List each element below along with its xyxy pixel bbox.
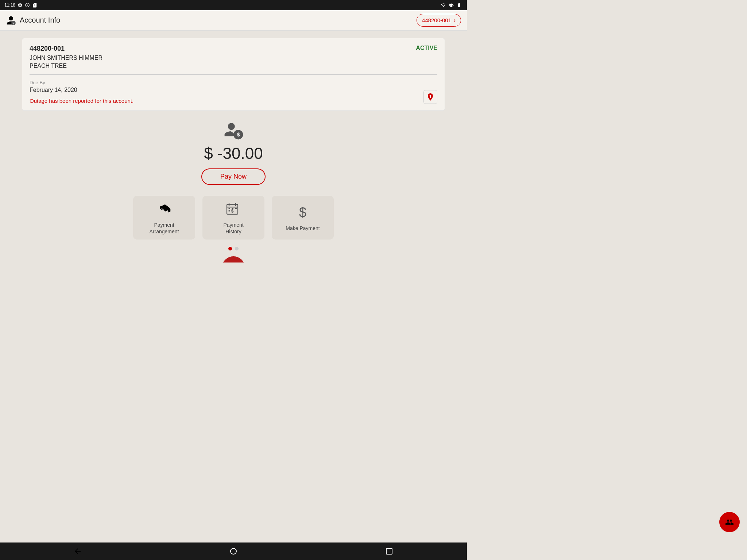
pay-now-button[interactable]: Pay Now — [201, 168, 266, 185]
battery-icon — [456, 3, 462, 8]
account-status: ACTIVE — [416, 45, 437, 51]
settings-icon — [18, 3, 23, 8]
due-label: Due By — [30, 80, 437, 85]
payment-history-button[interactable]: $ PaymentHistory — [202, 196, 264, 240]
account-number: 448200-001 — [30, 45, 437, 52]
signal-icon — [449, 3, 454, 8]
accessibility-icon — [25, 3, 30, 8]
main-content: 448200-001 ACTIVE JOHN SMITHERS HIMMER P… — [0, 31, 467, 262]
account-card: 448200-001 ACTIVE JOHN SMITHERS HIMMER P… — [22, 38, 445, 111]
svg-rect-12 — [229, 210, 231, 211]
chevron-right-icon: › — [453, 16, 456, 24]
sim-icon — [32, 3, 37, 8]
account-chip-number: 448200-001 — [422, 17, 451, 23]
outage-icon-button[interactable] — [423, 90, 437, 104]
payment-arrangement-button[interactable]: PaymentArrangement — [133, 196, 195, 240]
account-chip[interactable]: 448200-001 › — [417, 14, 461, 27]
svg-text:$: $ — [231, 209, 234, 214]
status-left: 11:18 — [4, 3, 37, 8]
svg-rect-10 — [232, 208, 234, 209]
page-dot-1[interactable] — [228, 247, 232, 250]
handshake-icon — [155, 201, 173, 218]
menu-button[interactable]: Menu — [222, 256, 245, 262]
payment-arrangement-label: PaymentArrangement — [150, 222, 179, 235]
action-buttons: PaymentArrangement $ PaymentHistory — [22, 196, 445, 240]
balance-section: $ $ -30.00 Pay Now — [22, 120, 445, 185]
page-dots — [22, 247, 445, 250]
svg-text:i: i — [13, 22, 14, 25]
wifi-icon — [441, 3, 446, 8]
account-location: PEACH TREE — [30, 63, 437, 69]
svg-rect-11 — [235, 208, 237, 209]
account-name: JOHN SMITHERS HIMMER — [30, 55, 437, 61]
svg-rect-9 — [229, 208, 231, 209]
app-bar-title: Account Info — [20, 16, 60, 24]
app-bar: i Account Info 448200-001 › — [0, 10, 467, 31]
svg-text:$: $ — [299, 205, 306, 220]
card-divider — [30, 74, 437, 75]
payment-history-label: PaymentHistory — [223, 222, 243, 235]
balance-icon: $ — [222, 120, 244, 141]
status-right — [441, 3, 462, 8]
status-bar: 11:18 — [0, 0, 467, 10]
dollar-icon: $ — [294, 204, 311, 221]
due-date: February 14, 2020 — [30, 87, 437, 93]
make-payment-label: Make Payment — [286, 225, 320, 232]
svg-text:$: $ — [237, 131, 240, 137]
balance-amount: $ -30.00 — [204, 144, 263, 163]
calendar-dollar-icon: $ — [225, 201, 242, 218]
app-bar-left: i Account Info — [6, 15, 60, 26]
outage-message: Outage has been reported for this accoun… — [30, 98, 437, 104]
make-payment-button[interactable]: $ Make Payment — [272, 196, 334, 240]
page-dot-2[interactable] — [235, 247, 239, 250]
time: 11:18 — [4, 3, 15, 8]
person-icon: i — [6, 15, 16, 26]
